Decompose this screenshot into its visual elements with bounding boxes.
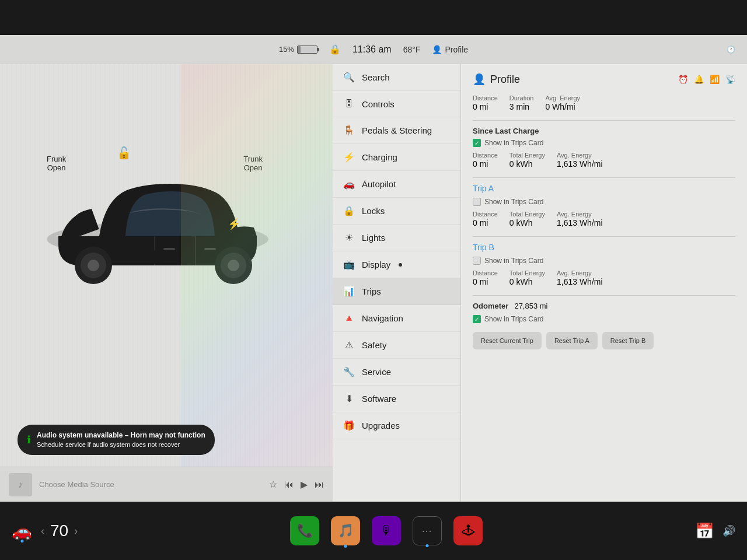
trip-b-show-toggle[interactable]: Show in Trips Card [473, 257, 735, 265]
more-apps-button[interactable]: ··· [413, 516, 442, 545]
trip-b-title[interactable]: Trip B [473, 243, 735, 252]
trip-b-avg-energy: Avg. Energy 1,613 Wh/mi [557, 270, 603, 286]
main-content: Frunk Open 🔓 Trunk Open [0, 64, 747, 502]
menu-item-autopilot[interactable]: 🚗 Autopilot [333, 171, 460, 198]
profile-icon: 👤 [473, 73, 486, 86]
status-profile[interactable]: 👤 Profile [432, 45, 468, 54]
trip-a-show-toggle[interactable]: Show in Trips Card [473, 198, 735, 206]
menu-item-software-label: Software [362, 394, 396, 404]
current-trip-section: Distance 0 mi Duration 3 min Avg. Energy… [473, 94, 735, 111]
menu-item-search-label: Search [362, 72, 390, 82]
volume-control[interactable]: 🔊 [722, 524, 735, 537]
menu-item-pedals[interactable]: 🪑 Pedals & Steering [333, 117, 460, 144]
notification-banner: ℹ Audio system unavailable – Horn may no… [18, 425, 215, 455]
trip-b-distance: Distance 0 mi [473, 270, 498, 286]
menu-item-software[interactable]: ⬇ Software [333, 386, 460, 412]
music-app-button[interactable]: 🎵 [331, 516, 360, 545]
reset-trip-a-button[interactable]: Reset Trip A [546, 332, 598, 349]
svg-point-9 [88, 260, 99, 271]
svg-text:⚡: ⚡ [228, 218, 241, 230]
calendar-widget[interactable]: 📅 [695, 522, 714, 540]
trip-a-distance: Distance 0 mi [473, 211, 498, 228]
menu-item-trips[interactable]: 📊 Trips [333, 278, 460, 305]
trip-b-section: Trip B Show in Trips Card Distance 0 mi … [473, 243, 735, 286]
trip-a-title[interactable]: Trip A [473, 184, 735, 193]
bluetooth-icon: 📶 [710, 75, 720, 84]
menu-item-safety-label: Safety [362, 340, 387, 350]
media-source-label[interactable]: Choose Media Source [39, 480, 262, 489]
odometer-row: Odometer 27,853 mi [473, 302, 735, 310]
reset-trip-b-button[interactable]: Reset Trip B [602, 332, 654, 349]
svg-rect-5 [163, 248, 175, 250]
left-panel: Frunk Open 🔓 Trunk Open [0, 64, 333, 502]
pedals-icon: 🪑 [343, 125, 355, 136]
menu-item-safety[interactable]: ⚠ Safety [333, 332, 460, 359]
since-last-charge-show-toggle[interactable]: ✓ Show in Trips Card [473, 139, 735, 147]
lock-icon: 🔒 [329, 44, 341, 55]
phone-app-button[interactable]: 📞 [290, 516, 319, 545]
menu-item-upgrades[interactable]: 🎁 Upgrades [333, 412, 460, 439]
menu-item-search[interactable]: 🔍 Search [333, 64, 460, 91]
current-trip-energy: Avg. Energy 0 Wh/mi [545, 94, 580, 111]
current-trip-stats: Distance 0 mi Duration 3 min Avg. Energy… [473, 94, 735, 111]
trip-a-total-energy: Total Energy 0 kWh [509, 211, 545, 228]
next-track-icon[interactable]: ⏭ [315, 480, 324, 490]
alarm-icon: ⏰ [678, 75, 688, 84]
navigation-icon: 🔺 [343, 313, 355, 324]
profile-person-icon: 👤 [432, 45, 442, 54]
prev-track-icon[interactable]: ⏮ [284, 480, 294, 490]
status-time: 11:36 am [352, 44, 392, 55]
bell-icon: 🔔 [694, 75, 704, 84]
profile-header-icons: ⏰ 🔔 📶 📡 [678, 75, 735, 84]
menu-item-charging[interactable]: ⚡ Charging [333, 144, 460, 171]
current-trip-duration: Duration 3 min [509, 94, 534, 111]
lights-icon: ☀ [343, 232, 355, 243]
menu-item-controls[interactable]: 🎛 Controls [333, 91, 460, 117]
menu-item-service[interactable]: 🔧 Service [333, 359, 460, 386]
game-icon: 🕹 [462, 523, 474, 538]
menu-item-navigation[interactable]: 🔺 Navigation [333, 305, 460, 332]
divider-3 [473, 236, 735, 237]
car-svg: ⚡ [29, 123, 298, 309]
trip-a-checkbox [473, 198, 481, 206]
menu-item-lights-label: Lights [362, 233, 385, 243]
profile-header: 👤 Profile ⏰ 🔔 📶 📡 [473, 73, 735, 86]
menu-item-service-label: Service [362, 367, 391, 377]
favorite-icon[interactable]: ☆ [269, 479, 277, 490]
reset-buttons: Reset Current Trip Reset Trip A Reset Tr… [473, 332, 735, 349]
reset-current-trip-button[interactable]: Reset Current Trip [473, 332, 542, 349]
music-app-dot [344, 545, 347, 548]
charging-icon: ⚡ [343, 152, 355, 163]
voice-app-button[interactable]: 🎙 [372, 516, 401, 545]
trip-b-total-energy: Total Energy 0 kWh [509, 270, 545, 286]
status-bar: 15% 🔒 11:36 am 68°F 👤 Profile 🕐 [0, 35, 747, 64]
game-app-button[interactable]: 🕹 [453, 516, 483, 545]
trip-b-stats: Distance 0 mi Total Energy 0 kWh Avg. En… [473, 270, 735, 286]
car-status-dot [20, 540, 23, 542]
taskbar-car-icon: 🚗 [12, 522, 32, 540]
menu-item-lights[interactable]: ☀ Lights [333, 225, 460, 251]
odometer-show-toggle[interactable]: ✓ Show in Trips Card [473, 315, 735, 323]
menu-item-navigation-label: Navigation [362, 313, 403, 323]
current-trip-distance: Distance 0 mi [473, 94, 498, 111]
media-controls: ☆ ⏮ ▶ ⏭ [269, 479, 324, 490]
car-status-button[interactable]: 🚗 [12, 522, 32, 541]
media-thumbnail: ♪ [9, 473, 32, 496]
since-last-charge-stats: Distance 0 mi Total Energy 0 kWh Avg. En… [473, 152, 735, 169]
more-dots-icon: ··· [422, 526, 432, 536]
car-visualization: ⚡ [29, 123, 298, 309]
play-icon[interactable]: ▶ [301, 479, 308, 490]
since-last-charge-section: Since Last Charge ✓ Show in Trips Card D… [473, 127, 735, 169]
menu-item-display[interactable]: 📺 Display [333, 251, 460, 278]
temperature-control: ‹ 70 › [41, 522, 78, 540]
trip-b-checkbox [473, 257, 481, 265]
autopilot-icon: 🚗 [343, 178, 355, 190]
microphone-icon: 🎙 [380, 523, 393, 538]
music-icon: 🎵 [338, 523, 354, 538]
menu-item-locks[interactable]: 🔒 Locks [333, 198, 460, 225]
slc-distance: Distance 0 mi [473, 152, 498, 169]
temp-decrease-button[interactable]: ‹ [41, 525, 44, 537]
clock-icon: 🕐 [727, 46, 735, 54]
menu-item-locks-label: Locks [362, 206, 385, 216]
upgrades-icon: 🎁 [343, 420, 355, 431]
